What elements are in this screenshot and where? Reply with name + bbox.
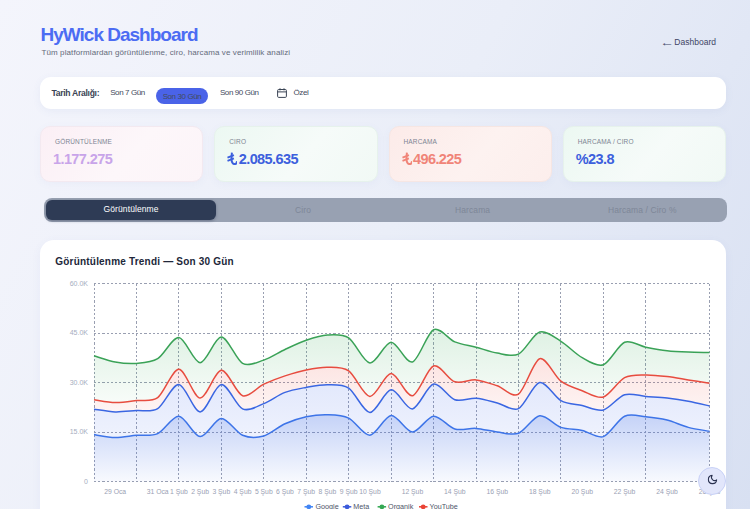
- svg-text:16 Şub: 16 Şub: [487, 487, 509, 495]
- svg-text:1 Şub: 1 Şub: [170, 487, 188, 495]
- svg-text:5 Şub: 5 Şub: [255, 487, 273, 495]
- svg-text:Organik: Organik: [388, 502, 414, 509]
- svg-text:60.0K: 60.0K: [70, 279, 89, 286]
- svg-text:9 Şub: 9 Şub: [340, 487, 358, 495]
- svg-text:Google: Google: [316, 502, 339, 509]
- svg-text:6 Şub: 6 Şub: [276, 487, 294, 495]
- svg-text:YouTube: YouTube: [430, 502, 458, 509]
- svg-text:Meta: Meta: [353, 502, 369, 509]
- svg-text:31 Oca: 31 Oca: [147, 487, 169, 494]
- svg-text:45.0K: 45.0K: [70, 329, 89, 336]
- svg-text:3 Şub: 3 Şub: [212, 487, 230, 495]
- svg-text:30.0K: 30.0K: [70, 378, 89, 385]
- svg-text:12 Şub: 12 Şub: [402, 487, 424, 495]
- svg-text:7 Şub: 7 Şub: [297, 487, 315, 495]
- svg-text:0: 0: [84, 477, 88, 484]
- svg-text:20 Şub: 20 Şub: [571, 487, 593, 495]
- svg-text:2 Şub: 2 Şub: [191, 487, 209, 495]
- svg-text:10 Şub: 10 Şub: [359, 487, 381, 495]
- svg-text:29 Oca: 29 Oca: [104, 487, 126, 494]
- svg-text:15.0K: 15.0K: [70, 428, 89, 435]
- svg-text:4 Şub: 4 Şub: [234, 487, 252, 495]
- svg-text:8 Şub: 8 Şub: [319, 487, 337, 495]
- svg-text:14 Şub: 14 Şub: [444, 487, 466, 495]
- svg-text:24 Şub: 24 Şub: [656, 487, 678, 495]
- svg-text:18 Şub: 18 Şub: [529, 487, 551, 495]
- svg-text:22 Şub: 22 Şub: [614, 487, 636, 495]
